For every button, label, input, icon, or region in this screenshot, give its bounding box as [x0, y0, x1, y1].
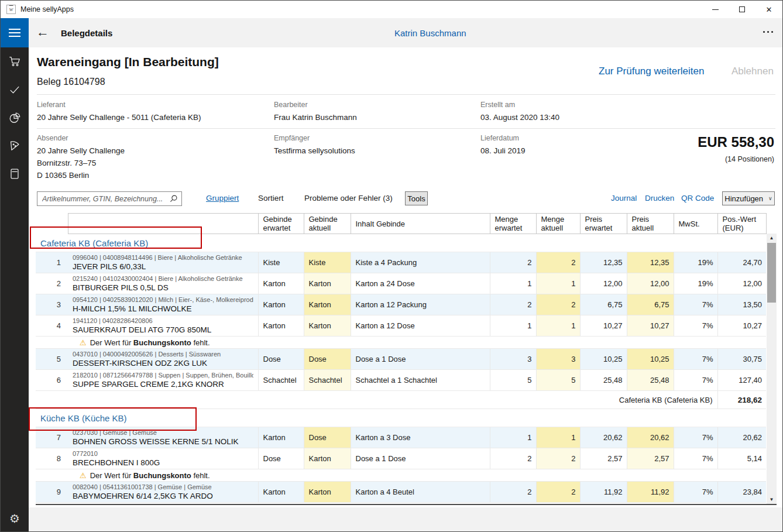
divider: [37, 128, 775, 129]
maximize-button[interactable]: [729, 1, 755, 18]
lieferant-label: Lieferant: [37, 101, 66, 109]
position-row[interactable]: 70237030 | Gemüse | GemüseBOHNEN GROSS W…: [36, 427, 766, 448]
current-user[interactable]: Katrin Buschmann: [394, 28, 466, 38]
pos-wert-cell: 23,84: [717, 482, 766, 503]
warning-icon: ⚠: [80, 338, 87, 347]
gebinde-erwartet-cell: Karton: [258, 294, 304, 315]
position-row[interactable]: 10996040 | 04008948114496 | Biere | Alko…: [36, 252, 766, 273]
pie-chart-icon[interactable]: [1, 104, 29, 132]
chevron-down-icon: ∨: [768, 195, 772, 201]
mwst-cell: 19%: [674, 252, 717, 273]
cart-icon[interactable]: [1, 47, 29, 75]
search-icon[interactable]: [169, 194, 178, 203]
preis-aktuell-cell: 10,25: [627, 349, 674, 370]
row-number: 1: [36, 252, 68, 273]
document-title: Wareneingang [In Bearbeitung]: [37, 55, 219, 69]
position-row[interactable]: 80772010BRECHBOHNEN I 800GDoseKartonDose…: [36, 448, 766, 469]
settings-gear-icon[interactable]: ⚙: [1, 504, 29, 532]
subtotal-value: 218,62: [717, 391, 766, 409]
lieferdatum-value: 08. Juli 2019: [480, 146, 526, 155]
bearbeiter-value: Frau Katrin Buschmann: [274, 113, 357, 122]
preis-aktuell-cell: 25,48: [627, 370, 674, 391]
group-name[interactable]: Küche KB (Küche KB): [36, 413, 127, 423]
menge-aktuell-cell: 1: [536, 315, 580, 337]
hamburger-menu-button[interactable]: [1, 18, 29, 47]
checkmark-icon[interactable]: [1, 75, 29, 104]
forward-for-review-link[interactable]: Zur Prüfung weiterleiten: [599, 66, 704, 77]
inhalt-gebinde-cell: Karton a 4 Beutel: [351, 482, 490, 503]
preis-erwartet-cell: 12,00: [580, 273, 627, 294]
close-button[interactable]: ✕: [755, 1, 782, 18]
vertical-scrollbar[interactable]: ▲ ▼: [767, 234, 777, 504]
inhalt-gebinde-cell: Dose a 1 Dose: [351, 349, 490, 370]
position-row[interactable]: 30954120 | 04025839012020 | Milch | Eier…: [36, 294, 766, 315]
position-row[interactable]: 62182010 | 08712566479788 | Suppen | Sup…: [36, 370, 766, 391]
position-row[interactable]: 20215240 | 04102430002404 | Biere | Alko…: [36, 273, 766, 294]
menge-erwartet-cell: 3: [490, 349, 536, 370]
preis-erwartet-cell: 10,25: [580, 349, 627, 370]
search-input[interactable]: [37, 192, 165, 205]
gebinde-erwartet-cell: Dose: [258, 448, 304, 469]
article-meta: 0082040 | 05411361001738 | Gemüse | Gemü…: [73, 483, 253, 491]
maximize-icon: [739, 6, 745, 12]
positions-table: Gebinde erwartet Gebinde aktuell Inhalt …: [36, 213, 766, 503]
menge-aktuell-cell: 2: [536, 448, 580, 469]
journal-link[interactable]: Journal: [611, 194, 637, 202]
col-mwst-header: MwSt.: [674, 214, 717, 234]
scrollbar-thumb[interactable]: [767, 243, 776, 303]
menge-aktuell-cell: 1: [536, 427, 580, 448]
article-meta: 0237030 | Gemüse | Gemüse: [73, 429, 253, 437]
mwst-cell: 7%: [674, 448, 717, 469]
preis-erwartet-cell: 11,92: [580, 482, 627, 503]
position-row[interactable]: 41941120 | 04028286420806SAUERKRAUT DELI…: [36, 315, 766, 337]
group-name[interactable]: Cafeteria KB (Cafeteria KB): [36, 238, 148, 248]
preis-erwartet-cell: 12,35: [580, 252, 627, 273]
inhalt-gebinde-cell: Dose a 1 Dose: [351, 448, 490, 469]
footer-area: [29, 507, 783, 532]
menge-aktuell-cell: 2: [536, 482, 580, 503]
col-pos-wert-header: Pos.-Wert (EUR): [717, 214, 766, 234]
menge-erwartet-cell: 1: [490, 315, 536, 337]
reject-link[interactable]: Ablehnen: [732, 66, 774, 77]
article-cell: 0082040 | 05411361001738 | Gemüse | Gemü…: [68, 482, 258, 503]
minimize-button[interactable]: [702, 1, 729, 18]
position-row[interactable]: 90082040 | 05411361001738 | Gemüse | Gem…: [36, 482, 766, 503]
probleme-filter[interactable]: Probleme oder Fehler (3): [304, 194, 393, 202]
sortiert-toggle[interactable]: Sortiert: [258, 194, 284, 202]
mwst-cell: 19%: [674, 273, 717, 294]
preis-erwartet-cell: 25,48: [580, 370, 627, 391]
pizza-slice-icon[interactable]: [1, 132, 29, 160]
back-button[interactable]: ←: [36, 25, 49, 40]
qr-code-link[interactable]: QR Code: [681, 194, 714, 202]
empfaenger-value: Testfirma sellysolutions: [274, 146, 355, 155]
article-cell: 0996040 | 04008948114496 | Biere | Alkoh…: [68, 252, 258, 273]
article-meta: 0772010: [73, 450, 253, 458]
tools-button[interactable]: Tools: [405, 191, 428, 205]
warning-message: ⚠Der Wert für Buchungskonto fehlt.: [68, 337, 766, 349]
warning-row: ⚠Der Wert für Buchungskonto fehlt.: [36, 469, 766, 482]
drucken-link[interactable]: Drucken: [645, 194, 674, 202]
book-icon[interactable]: [1, 160, 29, 188]
hinzufuegen-button[interactable]: Hinzufügen ∨: [722, 191, 775, 205]
scroll-up-icon[interactable]: ▲: [767, 234, 777, 242]
pos-wert-cell: 20,62: [717, 427, 766, 448]
table-header-row: Gebinde erwartet Gebinde aktuell Inhalt …: [36, 214, 766, 234]
article-name: BABYMOEHREN 6/14 2,5KG TK ARDO: [73, 491, 253, 501]
inhalt-gebinde-cell: Karton a 12 Dose: [351, 315, 490, 337]
article-name: H-MILCH 1,5% 1L MILCHWOLKE: [73, 304, 253, 314]
gruppiert-toggle[interactable]: Gruppiert: [206, 194, 239, 202]
pos-wert-cell: 13,50: [717, 294, 766, 315]
mwst-cell: 7%: [674, 482, 717, 503]
tools-button-label: Tools: [407, 194, 425, 203]
row-number: 2: [36, 273, 68, 294]
more-options-button[interactable]: [763, 31, 773, 33]
inhalt-gebinde-cell: Kiste a 4 Packung: [351, 252, 490, 273]
article-name: BRECHBOHNEN I 800G: [73, 458, 253, 468]
preis-aktuell-cell: 2,57: [627, 448, 674, 469]
gebinde-aktuell-cell: Dose: [304, 349, 351, 370]
article-cell: 1941120 | 04028286420806SAUERKRAUT DELI …: [68, 315, 258, 337]
scroll-down-icon[interactable]: ▼: [767, 495, 777, 504]
position-row[interactable]: 50437010 | 04000492005626 | Desserts | S…: [36, 349, 766, 370]
col-inhalt-gebinde-header: Inhalt Gebinde: [351, 214, 490, 234]
sidebar-nav: ⚙: [1, 47, 29, 532]
